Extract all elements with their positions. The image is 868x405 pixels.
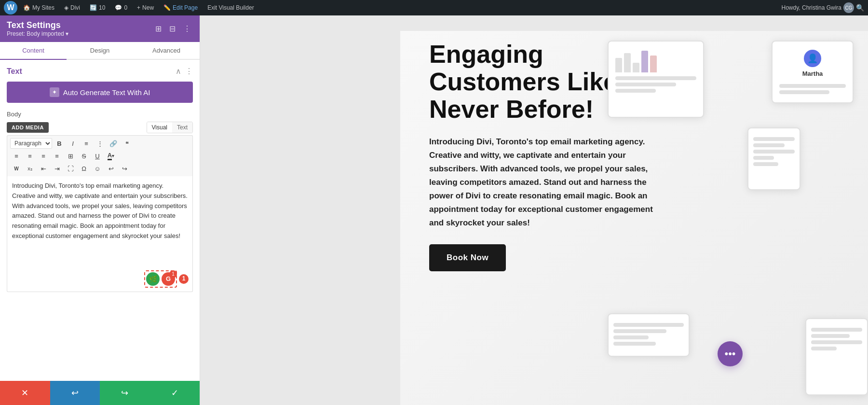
special-chars-button[interactable]: Ω bbox=[78, 163, 90, 174]
mid-right-line-3 bbox=[753, 150, 795, 154]
panel-preset[interactable]: Preset: Body imported ▾ bbox=[7, 30, 68, 37]
chart-bar-3 bbox=[633, 63, 639, 72]
extension-icons: 🌿 G 1 1 bbox=[144, 270, 189, 288]
grid-icon[interactable]: ⊟ bbox=[167, 23, 177, 34]
visual-text-switcher: Visual Text bbox=[147, 122, 193, 133]
ai-button-label: Auto Generate Text With AI bbox=[63, 88, 150, 97]
mid-right-line-1 bbox=[753, 137, 795, 141]
section-menu-icon[interactable]: ⋮ bbox=[185, 67, 193, 76]
page-preview: Engaging Customers Like Never Before! In… bbox=[200, 15, 868, 405]
admin-bar-my-sites[interactable]: 🏠 My Sites bbox=[19, 2, 58, 13]
undo-button[interactable]: ↩ bbox=[50, 381, 100, 405]
section-icons: ∧ ⋮ bbox=[176, 67, 193, 76]
table-button[interactable]: ⊞ bbox=[64, 150, 77, 162]
book-now-button[interactable]: Book Now bbox=[429, 244, 506, 271]
ai-generate-button[interactable]: ✦ Auto Generate Text With AI bbox=[7, 82, 193, 103]
chart-bar-1 bbox=[615, 58, 622, 72]
more-menu-icon[interactable]: ⋮ bbox=[181, 23, 193, 34]
ordered-list-button[interactable]: ⋮ bbox=[94, 138, 106, 149]
bottom-right-lines bbox=[811, 328, 862, 350]
tab-advanced[interactable]: Advanced bbox=[133, 42, 200, 60]
outdent-button[interactable]: ⇤ bbox=[37, 163, 50, 174]
align-right-button[interactable]: ≡ bbox=[37, 150, 50, 162]
collapse-icon[interactable]: ∧ bbox=[176, 67, 181, 76]
emoji-button[interactable]: ☺ bbox=[91, 163, 104, 174]
add-media-button[interactable]: ADD MEDIA bbox=[7, 122, 49, 133]
align-left-button[interactable]: ≡ bbox=[10, 150, 23, 162]
fullscreen-button[interactable]: ⛶ bbox=[64, 163, 77, 174]
color-dropdown-icon: ▾ bbox=[112, 154, 114, 158]
admin-bar-updates[interactable]: 🔄 10 bbox=[86, 2, 109, 13]
admin-bar-divi[interactable]: ◈ Divi bbox=[60, 2, 84, 13]
admin-bar-comments[interactable]: 💬 0 bbox=[111, 2, 131, 13]
cancel-button[interactable]: ✕ bbox=[0, 381, 50, 405]
user-avatar[interactable]: CG bbox=[843, 2, 854, 13]
panel-title: Text Settings bbox=[7, 20, 68, 30]
mid-right-lines bbox=[753, 137, 795, 166]
text-color-button[interactable]: A ▾ bbox=[105, 150, 117, 162]
strikethrough-button[interactable]: S bbox=[78, 150, 90, 162]
hero-section: Engaging Customers Like Never Before! In… bbox=[400, 31, 868, 405]
text-tab[interactable]: Text bbox=[172, 122, 192, 133]
chart-bar-5 bbox=[650, 56, 657, 72]
mid-right-line-4 bbox=[753, 156, 774, 160]
visual-tab[interactable]: Visual bbox=[147, 122, 172, 133]
left-panel: Text Settings Preset: Body imported ▾ ⊞ … bbox=[0, 15, 200, 405]
redo-button[interactable]: ↪ bbox=[100, 381, 150, 405]
bottom-right-line-2 bbox=[811, 334, 850, 338]
panel-bottom-bar: ✕ ↩ ↪ ✓ bbox=[0, 381, 200, 405]
editor-top-row: ADD MEDIA Visual Text bbox=[7, 122, 193, 133]
plus-icon: + bbox=[137, 4, 140, 11]
bold-button[interactable]: B bbox=[53, 138, 66, 149]
search-icon[interactable]: 🔍 bbox=[856, 4, 864, 12]
tab-content[interactable]: Content bbox=[0, 42, 67, 60]
panel-header: Text Settings Preset: Body imported ▾ ⊞ … bbox=[0, 15, 200, 42]
redo-icon: ↪ bbox=[121, 388, 128, 398]
align-justify-button[interactable]: ≡ bbox=[51, 150, 63, 162]
wordpress-icon[interactable]: W bbox=[4, 1, 17, 14]
blockquote-button[interactable]: ❝ bbox=[121, 138, 133, 149]
italic-button[interactable]: I bbox=[67, 138, 79, 149]
save-button[interactable]: ✓ bbox=[150, 381, 200, 405]
editor-content[interactable]: Introducing Divi, Toronto's top email ma… bbox=[12, 181, 188, 241]
main-area: Text Settings Preset: Body imported ▾ ⊞ … bbox=[0, 15, 868, 405]
home-icon: 🏠 bbox=[23, 4, 30, 11]
bottom-left-line-2 bbox=[613, 329, 666, 333]
text-editor-area[interactable]: Introducing Divi, Toronto's top email ma… bbox=[7, 176, 193, 292]
fab-button[interactable]: ••• bbox=[718, 341, 743, 366]
profile-avatar: 👤 bbox=[804, 50, 821, 67]
deco-card-bottom-left bbox=[608, 313, 690, 357]
admin-bar-exit-builder[interactable]: Exit Visual Builder bbox=[203, 2, 258, 13]
text-section-header: Text ∧ ⋮ bbox=[7, 67, 193, 76]
window-icon[interactable]: ⊞ bbox=[153, 23, 163, 34]
align-center-button[interactable]: ≡ bbox=[24, 150, 36, 162]
toolbar-row-3: W x₂ ⇤ ⇥ ⛶ Ω ☺ ↩ ↪ bbox=[10, 163, 190, 174]
edit-icon: ✏️ bbox=[163, 4, 171, 11]
unordered-list-button[interactable]: ≡ bbox=[80, 138, 93, 149]
redo-toolbar-button[interactable]: ↪ bbox=[118, 163, 131, 174]
bottom-left-line-4 bbox=[613, 342, 656, 346]
deco-line-2 bbox=[615, 83, 676, 86]
subscript-button[interactable]: x₂ bbox=[24, 163, 36, 174]
tab-design[interactable]: Design bbox=[67, 42, 133, 60]
bottom-right-line-4 bbox=[811, 347, 837, 350]
grammarly-icon[interactable]: 🌿 bbox=[146, 272, 160, 286]
chart-bar-2 bbox=[624, 53, 631, 72]
text-section-title: Text bbox=[7, 67, 22, 76]
link-button[interactable]: 🔗 bbox=[107, 138, 120, 149]
panel-tabs: Content Design Advanced bbox=[0, 42, 200, 60]
admin-bar-new[interactable]: + New bbox=[133, 2, 158, 13]
paste-word-button[interactable]: W bbox=[10, 163, 23, 174]
admin-bar-edit-page[interactable]: ✏️ Edit Page bbox=[160, 2, 202, 13]
rich-text-toolbar: Paragraph Heading 1 Heading 2 B I ≡ ⋮ 🔗 … bbox=[7, 135, 193, 176]
toolbar-row-2: ≡ ≡ ≡ ≡ ⊞ S U A ▾ bbox=[10, 150, 190, 162]
paragraph-select[interactable]: Paragraph Heading 1 Heading 2 bbox=[10, 138, 52, 149]
chart-bar-4 bbox=[641, 51, 648, 72]
undo-toolbar-button[interactable]: ↩ bbox=[105, 163, 117, 174]
cancel-icon: ✕ bbox=[21, 388, 28, 398]
admin-bar-right: Howdy, Christina Gwira CG 🔍 bbox=[782, 2, 864, 13]
deco-line-1 bbox=[615, 76, 696, 80]
underline-button[interactable]: U bbox=[91, 150, 104, 162]
deco-card-mid-right bbox=[747, 127, 800, 190]
indent-button[interactable]: ⇥ bbox=[51, 163, 63, 174]
